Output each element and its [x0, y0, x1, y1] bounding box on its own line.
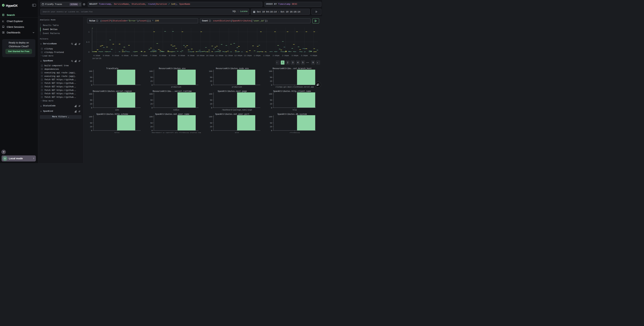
svg-text:8443: 8443 [235, 132, 239, 133]
svg-text:SpanAttributes.net.peer.name: SpanAttributes.net.peer.name [155, 113, 189, 115]
svg-text:0: 0 [211, 107, 212, 109]
svg-text:50: 50 [210, 99, 212, 101]
svg-text:25: 25 [150, 126, 152, 128]
svg-text:25: 25 [210, 80, 212, 82]
svg-text:4:30am: 4:30am [94, 55, 100, 57]
svg-text:0: 0 [91, 107, 92, 109]
svg-text:50: 50 [210, 122, 212, 124]
svg-text:ResourceAttributes.env: ResourceAttributes.env [159, 67, 186, 70]
svg-text:100: 100 [89, 93, 92, 95]
svg-text:6:30am: 6:30am [131, 55, 138, 57]
svg-text:25: 25 [210, 126, 212, 128]
svg-text:production: production [232, 86, 242, 88]
svg-text:100: 100 [209, 116, 212, 118]
svg-text:2:30pm: 2:30pm [282, 55, 289, 57]
svg-text:0.5: 0.5 [86, 41, 90, 43]
svg-text:5:30am: 5:30am [112, 55, 119, 57]
svg-text:SpanAttributes.net.peer.port: SpanAttributes.net.peer.port [215, 113, 249, 115]
svg-text:z5prz9ggc4.us-central1.gcp.cli: z5prz9ggc4.us-central1.gcp.clickhouse-st… [152, 132, 201, 133]
svg-text:100: 100 [269, 116, 272, 118]
svg-text:/dashboard/[package_name]/page: /dashboard/[package_name]/page [222, 109, 252, 111]
svg-text:25: 25 [90, 103, 92, 105]
svg-text:ResourceAttribu...vercel.runti: ResourceAttribu...vercel.runtime [153, 90, 192, 93]
svg-text:0: 0 [91, 130, 92, 132]
svg-text:100: 100 [269, 70, 272, 72]
svg-text:TraceState: TraceState [106, 67, 118, 70]
svg-text:100: 100 [149, 116, 153, 118]
svg-text:100: 100 [149, 70, 153, 72]
svg-text:0: 0 [152, 84, 153, 86]
svg-text:6:00am: 6:00am [122, 55, 128, 57]
svg-text:0: 0 [271, 84, 272, 86]
svg-text:1: 1 [88, 31, 90, 33]
svg-text:7:30am: 7:30am [150, 55, 157, 57]
svg-text:25: 25 [90, 126, 92, 128]
svg-text:25: 25 [90, 80, 92, 82]
svg-text:5:00am: 5:00am [103, 55, 110, 57]
svg-text:0: 0 [91, 84, 92, 86]
svg-text:SpanAttributes.http.client.nam: SpanAttributes.http.client.name [273, 90, 311, 93]
svg-text:4:00pm: 4:00pm [310, 55, 317, 57]
svg-text:8:30am: 8:30am [169, 55, 176, 57]
svg-text:50: 50 [270, 99, 272, 101]
svg-text:25: 25 [150, 103, 152, 105]
svg-text:0: 0 [88, 51, 90, 53]
svg-text:50: 50 [90, 122, 92, 124]
svg-text:SpanAttributes.db.system: SpanAttributes.db.system [278, 113, 307, 115]
svg-text:production: production [171, 86, 181, 88]
svg-text:25: 25 [210, 103, 212, 105]
svg-text:0: 0 [211, 84, 212, 86]
svg-text:ResourceAttributes.node.env: ResourceAttributes.node.env [216, 67, 249, 70]
svg-text:100: 100 [89, 70, 92, 72]
svg-text:9:30am: 9:30am [188, 55, 194, 57]
svg-text:9:00am: 9:00am [178, 55, 185, 57]
svg-text:3:00pm: 3:00pm [292, 55, 298, 57]
svg-text:0: 0 [152, 107, 153, 109]
svg-text:100: 100 [209, 70, 212, 72]
svg-text:1:30pm: 1:30pm [263, 55, 270, 57]
svg-text:SpanAttributes.next.page: SpanAttributes.next.page [218, 90, 247, 93]
svg-text:100: 100 [149, 93, 153, 95]
svg-text:25: 25 [270, 126, 272, 128]
svg-text:100: 100 [209, 93, 212, 95]
svg-text:25: 25 [270, 80, 272, 82]
svg-text:50: 50 [270, 76, 272, 78]
svg-text:12:00pm: 12:00pm [234, 55, 242, 57]
svg-text:0: 0 [152, 130, 153, 132]
svg-text:ResourceAttribu..cel.branch_ho: ResourceAttribu..cel.branch_host [272, 67, 312, 70]
svg-text:25: 25 [150, 80, 152, 82]
svg-text:25: 25 [270, 103, 272, 105]
svg-text:8:00am: 8:00am [160, 55, 166, 57]
svg-text:SpanAttributes.http.scheme: SpanAttributes.http.scheme [96, 113, 128, 115]
svg-text:10:30am: 10:30am [206, 55, 214, 57]
svg-text:0: 0 [271, 130, 272, 132]
svg-text:50: 50 [90, 99, 92, 101]
svg-text:1:00pm: 1:00pm [254, 55, 260, 57]
svg-text:nodejs: nodejs [173, 109, 179, 111]
svg-text:50: 50 [90, 76, 92, 78]
svg-text:100: 100 [89, 116, 92, 118]
svg-text:clickpy-git-main-clickhouse.ve: clickpy-git-main-clickhouse.vercel.app [276, 86, 314, 88]
svg-text:50: 50 [270, 122, 272, 124]
svg-text:7:00am: 7:00am [140, 55, 148, 57]
svg-text:0: 0 [211, 130, 212, 132]
svg-text:0: 0 [271, 107, 272, 109]
svg-text:11:00am: 11:00am [216, 55, 223, 57]
svg-text:https: https [114, 132, 120, 133]
svg-text:12:30pm: 12:30pm [244, 55, 252, 57]
svg-text:10/10/25: 10/10/25 [92, 58, 101, 60]
svg-text:100: 100 [269, 93, 272, 95]
svg-text:2:00pm: 2:00pm [273, 55, 280, 57]
svg-text:11:30am: 11:30am [225, 55, 233, 57]
svg-text:10:00am: 10:00am [196, 55, 204, 57]
svg-text:iad1: iad1 [115, 109, 119, 111]
svg-text:3:30pm: 3:30pm [301, 55, 308, 57]
svg-text:50: 50 [210, 76, 212, 78]
svg-text:clickhouse: clickhouse [290, 132, 300, 133]
svg-text:ResourceAttributes.vercel.regi: ResourceAttributes.vercel.region [93, 90, 132, 93]
svg-text:50: 50 [150, 99, 152, 101]
svg-text:50: 50 [150, 76, 152, 78]
svg-text:50: 50 [150, 122, 152, 124]
svg-text:http: http [293, 109, 297, 111]
